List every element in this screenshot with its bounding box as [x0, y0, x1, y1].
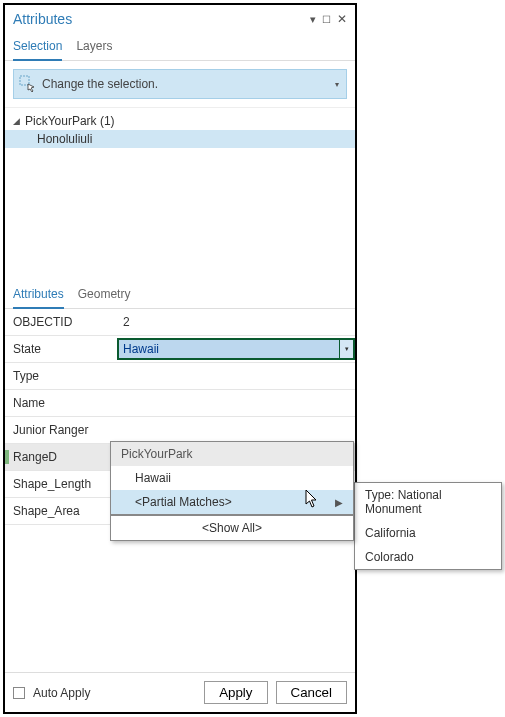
chevron-down-icon[interactable]: ▾ — [339, 340, 353, 358]
submenu-item[interactable]: Colorado — [355, 545, 501, 569]
panel-title: Attributes — [13, 11, 72, 27]
selection-tool-icon — [14, 75, 42, 93]
dropdown-show-all[interactable]: <Show All> — [111, 514, 353, 540]
attr-key: Shape_Area — [5, 504, 117, 518]
cancel-button[interactable]: Cancel — [276, 681, 348, 704]
chevron-down-icon: ▾ — [328, 80, 346, 89]
tab-layers[interactable]: Layers — [76, 35, 112, 60]
mid-tabs: Attributes Geometry — [5, 277, 355, 309]
tree-layer-row[interactable]: ◢ PickYourPark (1) — [5, 112, 355, 130]
tree-layer-label: PickYourPark (1) — [25, 114, 115, 128]
caret-down-icon[interactable]: ◢ — [13, 116, 25, 126]
attr-key: RangeD — [5, 450, 117, 464]
attr-key: Junior Ranger — [5, 423, 117, 437]
dropdown-header: PickYourPark — [111, 442, 353, 466]
dropdown-item-label: <Partial Matches> — [135, 495, 232, 509]
maximize-icon[interactable]: ☐ — [322, 14, 331, 25]
dropdown-item-label: <Show All> — [202, 521, 262, 535]
titlebar: Attributes ▾ ☐ ✕ — [5, 5, 355, 31]
change-selection-dropdown[interactable]: Change the selection. ▾ — [13, 69, 347, 99]
state-combobox[interactable]: Hawaii ▾ — [117, 338, 355, 360]
attr-row-name[interactable]: Name — [5, 390, 355, 417]
state-dropdown-popup: PickYourPark Hawaii <Partial Matches> ▶ … — [110, 441, 354, 541]
tree-feature-label: Honoluliuli — [37, 132, 92, 146]
dropdown-partial-matches[interactable]: <Partial Matches> ▶ — [111, 490, 353, 514]
tree-feature-row[interactable]: Honoluliuli — [5, 130, 355, 148]
chevron-right-icon: ▶ — [335, 497, 343, 508]
submenu-item[interactable]: Type: National Monument — [355, 483, 501, 521]
top-tabs: Selection Layers — [5, 31, 355, 61]
menu-icon[interactable]: ▾ — [310, 13, 316, 26]
footer: Auto Apply Apply Cancel — [5, 672, 355, 712]
attributes-panel: Attributes ▾ ☐ ✕ Selection Layers Change… — [3, 3, 357, 714]
dropdown-item-label: Hawaii — [135, 471, 171, 485]
tab-selection[interactable]: Selection — [13, 35, 62, 61]
submenu-item[interactable]: California — [355, 521, 501, 545]
apply-button[interactable]: Apply — [204, 681, 267, 704]
change-selection-label: Change the selection. — [42, 77, 328, 91]
state-value: Hawaii — [123, 342, 159, 356]
attr-key: Shape_Length — [5, 477, 117, 491]
attr-row-junior-ranger[interactable]: Junior Ranger — [5, 417, 355, 444]
attr-key: State — [5, 342, 117, 356]
attr-key: Name — [5, 396, 117, 410]
dropdown-item[interactable]: Hawaii — [111, 466, 353, 490]
auto-apply-label: Auto Apply — [33, 686, 196, 700]
attr-row-objectid[interactable]: OBJECTID 2 — [5, 309, 355, 336]
attr-key: Type — [5, 369, 117, 383]
tab-geometry[interactable]: Geometry — [78, 283, 131, 308]
close-icon[interactable]: ✕ — [337, 12, 347, 26]
attr-row-state[interactable]: State Hawaii ▾ — [5, 336, 355, 363]
auto-apply-checkbox[interactable] — [13, 687, 25, 699]
tab-attributes[interactable]: Attributes — [13, 283, 64, 309]
attr-value: 2 — [117, 315, 355, 329]
feature-tree[interactable]: ◢ PickYourPark (1) Honoluliuli — [5, 107, 355, 277]
attr-row-type[interactable]: Type — [5, 363, 355, 390]
attr-key: OBJECTID — [5, 315, 117, 329]
partial-matches-submenu: Type: National Monument California Color… — [354, 482, 502, 570]
